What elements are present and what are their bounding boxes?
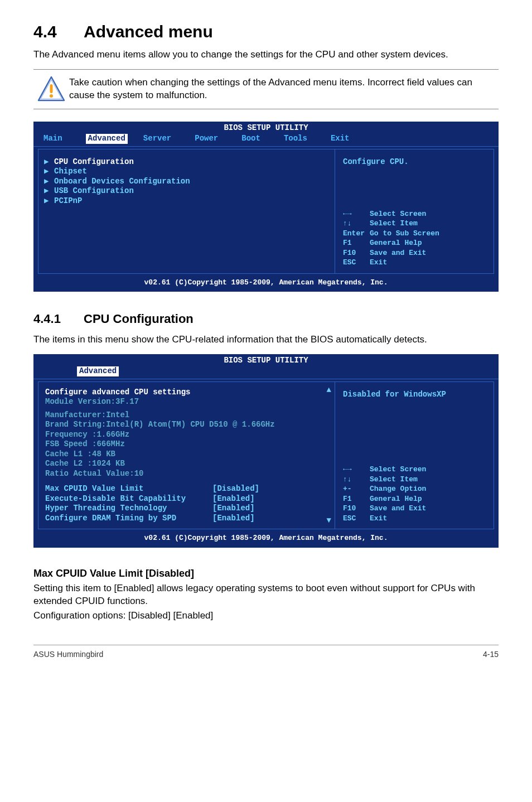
key-name: F10: [343, 248, 370, 258]
caution-text: Take caution when changing the settings …: [69, 75, 499, 102]
footer-page-number: 4-15: [483, 650, 499, 659]
section-title-text: Advanced menu: [84, 22, 213, 41]
option-dram-timing[interactable]: Configure DRAM Timing by SPD[Enabled]: [45, 514, 328, 524]
key-name: ESC: [343, 258, 370, 268]
subsection-number: 4.4.1: [33, 312, 84, 326]
menu-onboard-devices[interactable]: ▶Onboard Devices Configuration: [44, 177, 329, 187]
menu-item-label: CPU Configuration: [54, 157, 134, 166]
option-execute-disable[interactable]: Execute-Disable Bit Capability[Enabled]: [45, 494, 328, 504]
cpu-info-line: Manufacturer:Intel: [45, 410, 328, 421]
option-label: Hyper Threading Technology: [45, 504, 212, 514]
menu-item-label: Onboard Devices Configuration: [54, 177, 190, 186]
cpu-info-line: Cache L1 :48 KB: [45, 450, 328, 460]
item-description: Setting this item to [Enabled] allows le…: [33, 582, 499, 608]
tab-server[interactable]: Server: [143, 134, 179, 144]
cpu-info-line: FSB Speed :666MHz: [45, 439, 328, 450]
bios-left-pane: ▲ ▼ Configure advanced CPU settings Modu…: [38, 381, 335, 530]
cpu-settings-heading: Configure advanced CPU settings: [45, 388, 328, 398]
item-config-options: Configuration options: [Disabled] [Enabl…: [33, 609, 499, 622]
submenu-arrow-icon: ▶: [44, 177, 54, 187]
key-name: F1: [343, 494, 370, 504]
cpu-info-line: Cache L2 :1024 KB: [45, 459, 328, 469]
option-max-cpuid[interactable]: Max CPUID Value Limit[Disabled]: [45, 484, 328, 494]
section-heading: 4.4Advanced menu: [33, 22, 499, 41]
tab-advanced[interactable]: Advanced: [77, 366, 119, 376]
option-value: [Enabled]: [212, 504, 255, 514]
tab-tools[interactable]: Tools: [284, 134, 315, 144]
option-value: [Enabled]: [212, 514, 255, 524]
module-version: Module Version:3F.17: [45, 397, 328, 407]
bios-footer: v02.61 (C)Copyright 1985-2009, American …: [33, 276, 499, 288]
key-name: F10: [343, 504, 370, 514]
menu-cpu-configuration[interactable]: ▶CPU Configuration: [44, 157, 329, 167]
footer-product: ASUS Hummingbird: [33, 650, 103, 659]
key-action: Exit: [370, 514, 387, 523]
menu-item-label: PCIPnP: [54, 196, 82, 205]
key-name: ←→: [343, 209, 370, 219]
tab-power[interactable]: Power: [195, 134, 226, 144]
menu-chipset[interactable]: ▶Chipset: [44, 167, 329, 177]
svg-point-3: [50, 94, 53, 98]
option-value: [Enabled]: [212, 494, 255, 504]
bios-help-pane: Configure CPU. ←→Select Screen ↑↓Select …: [335, 149, 494, 274]
key-name: ←→: [343, 465, 370, 475]
bios-header: BIOS SETUP UTILITY: [33, 354, 499, 367]
option-label: Configure DRAM Timing by SPD: [45, 514, 212, 524]
key-name: ↑↓: [343, 475, 370, 485]
bios-help-pane: Disabled for WindowsXP ←→Select Screen ↑…: [335, 381, 494, 530]
bios-tab-bar: Advanced: [33, 366, 499, 379]
tab-main[interactable]: Main: [43, 134, 70, 144]
option-label: Max CPUID Value Limit: [45, 484, 212, 494]
tab-exit[interactable]: Exit: [331, 134, 357, 144]
subsection-intro: The items in this menu show the CPU-rela…: [33, 333, 499, 346]
option-hyper-threading[interactable]: Hyper Threading Technology[Enabled]: [45, 504, 328, 514]
svg-rect-2: [50, 84, 53, 93]
caution-icon: [33, 75, 69, 103]
item-heading-max-cpuid: Max CPUID Value Limit [Disabled]: [33, 568, 499, 579]
key-name: ↑↓: [343, 219, 370, 229]
key-action: Select Item: [370, 475, 418, 484]
tab-advanced[interactable]: Advanced: [86, 134, 128, 144]
bios-screenshot-advanced: BIOS SETUP UTILITY Main Advanced Server …: [33, 122, 499, 292]
page-footer: ASUS Hummingbird 4-15: [33, 645, 499, 659]
section-number: 4.4: [33, 22, 84, 41]
key-action: Exit: [370, 258, 387, 267]
bios-screenshot-cpu-config: BIOS SETUP UTILITY Advanced ▲ ▼ Configur…: [33, 354, 499, 548]
subsection-title-text: CPU Configuration: [84, 312, 194, 326]
key-action: Save and Exit: [370, 249, 426, 257]
bios-header: BIOS SETUP UTILITY: [33, 122, 499, 134]
submenu-arrow-icon: ▶: [44, 186, 54, 196]
submenu-arrow-icon: ▶: [44, 196, 54, 206]
scroll-up-icon[interactable]: ▲: [327, 385, 331, 395]
tab-boot[interactable]: Boot: [241, 134, 268, 144]
key-action: General Help: [370, 495, 422, 503]
key-name: F1: [343, 238, 370, 248]
key-action: Select Item: [370, 219, 418, 228]
bios-left-pane: ▶CPU Configuration ▶Chipset ▶Onboard Dev…: [38, 149, 335, 274]
menu-item-label: USB Configuration: [54, 186, 134, 195]
option-value: [Disabled]: [212, 484, 259, 494]
bios-tab-bar: Main Advanced Server Power Boot Tools Ex…: [33, 134, 499, 146]
key-legend: ←→Select Screen ↑↓Select Item +-Change O…: [343, 465, 488, 523]
help-description: Configure CPU.: [343, 157, 488, 167]
menu-usb-configuration[interactable]: ▶USB Configuration: [44, 186, 329, 196]
submenu-arrow-icon: ▶: [44, 167, 54, 177]
key-action: General Help: [370, 239, 422, 247]
scroll-down-icon[interactable]: ▼: [327, 516, 331, 526]
key-legend: ←→Select Screen ↑↓Select Item EnterGo to…: [343, 209, 488, 268]
bios-footer: v02.61 (C)Copyright 1985-2009, American …: [33, 532, 499, 544]
submenu-arrow-icon: ▶: [44, 157, 54, 167]
cpu-info-line: Frequency :1.66GHz: [45, 430, 328, 440]
key-action: Go to Sub Screen: [370, 229, 439, 238]
key-name: Enter: [343, 229, 370, 239]
key-action: Save and Exit: [370, 504, 426, 513]
help-description: Disabled for WindowsXP: [343, 390, 488, 400]
menu-item-label: Chipset: [54, 167, 87, 176]
key-action: Change Option: [370, 485, 426, 493]
cpu-info-line: Brand String:Intel(R) Atom(TM) CPU D510 …: [45, 420, 328, 430]
menu-pcipnp[interactable]: ▶PCIPnP: [44, 196, 329, 206]
option-label: Execute-Disable Bit Capability: [45, 494, 212, 504]
cpu-info-line: Ratio Actual Value:10: [45, 469, 328, 479]
caution-note: Take caution when changing the settings …: [33, 69, 499, 109]
key-action: Select Screen: [370, 465, 426, 474]
